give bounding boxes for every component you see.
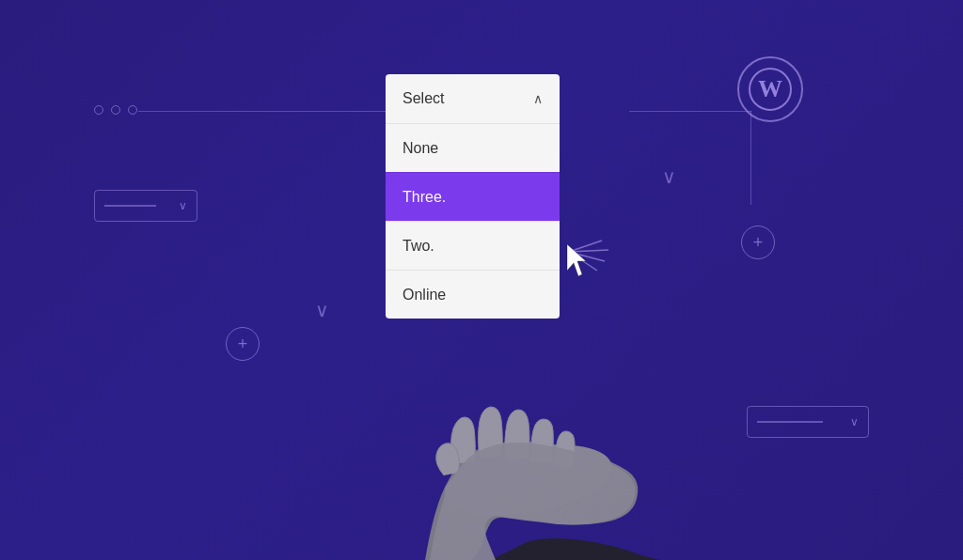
select-widget: Select ∧ None Three. Two. Online: [386, 74, 560, 319]
background: W ∨ ∨ + + ∨ ∨ Select ∧ None Three.: [0, 0, 963, 560]
deco-dropdown-right: ∨: [747, 406, 869, 438]
deco-line: [104, 205, 156, 207]
hand-decoration: [293, 297, 670, 560]
select-dropdown: None Three. Two. Online: [386, 123, 560, 319]
sparkles-svg: [541, 224, 625, 308]
select-trigger[interactable]: Select ∧: [386, 74, 560, 123]
select-trigger-label: Select: [403, 90, 444, 107]
deco-line-right: [757, 421, 823, 423]
deco-dropdown-left: ∨: [94, 190, 197, 222]
select-option-two-label: Two.: [403, 238, 434, 255]
wordpress-icon: W: [737, 56, 803, 122]
plus-symbol-right: +: [753, 233, 764, 253]
dot-1: [94, 105, 103, 115]
deco-chevron: ∨: [179, 199, 187, 212]
hand-svg: [303, 316, 660, 560]
plus-icon-right: +: [741, 226, 775, 259]
select-option-none-label: None: [403, 140, 438, 157]
svg-text:W: W: [758, 75, 782, 102]
select-option-three[interactable]: Three.: [386, 172, 560, 221]
select-option-three-label: Three.: [403, 189, 446, 206]
dot-3: [128, 105, 137, 115]
plus-icon-left: +: [226, 327, 260, 361]
select-option-two[interactable]: Two.: [386, 221, 560, 270]
line-right-decoration: [629, 111, 751, 112]
select-trigger-arrow: ∧: [533, 91, 543, 106]
dots-decoration: [94, 105, 137, 115]
chevron-right-top: ∨: [662, 165, 676, 188]
line-left-decoration: [138, 111, 387, 112]
line-right-down-decoration: [750, 111, 751, 205]
deco-chevron-right: ∨: [850, 415, 859, 428]
plus-symbol-left: +: [238, 334, 248, 354]
select-option-none[interactable]: None: [386, 123, 560, 172]
dot-2: [111, 105, 120, 115]
